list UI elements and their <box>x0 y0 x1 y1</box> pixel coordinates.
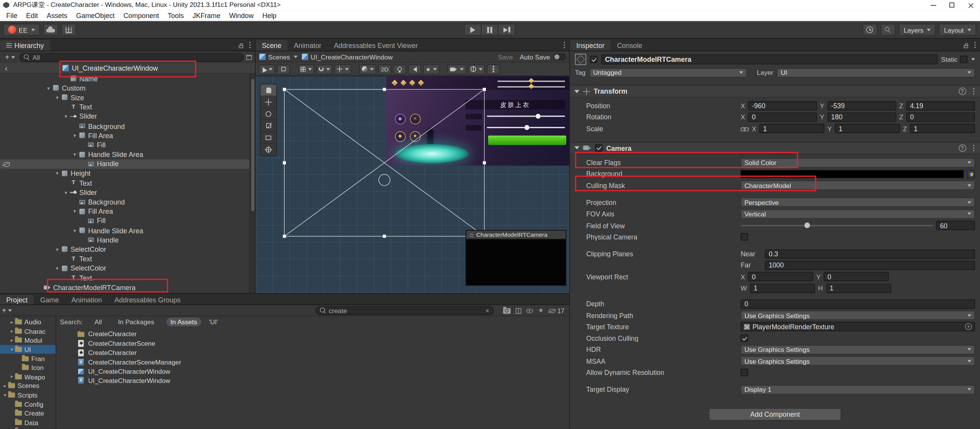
rotation-x-field[interactable]: 0 <box>748 112 817 122</box>
expand-arrow[interactable]: ▸ <box>9 338 15 343</box>
expand-arrow[interactable]: ▾ <box>53 265 61 271</box>
hierarchy-item[interactable]: Text <box>0 254 255 264</box>
hierarchy-item[interactable]: ▾ Handle Slide Area <box>0 226 255 235</box>
tab-hierarchy[interactable]: Hierarchy <box>0 40 50 51</box>
hierarchy-item[interactable]: ▾ Slider <box>0 188 255 197</box>
lighting-toggle-button[interactable] <box>393 64 406 74</box>
help-icon[interactable]: ? <box>959 87 966 95</box>
viewport-y-field[interactable]: 0 <box>824 272 889 281</box>
project-folder-item[interactable]: Fran <box>0 354 56 363</box>
expand-arrow[interactable]: ▾ <box>53 246 61 252</box>
hierarchy-item[interactable]: ▾ Fill Area <box>0 131 255 140</box>
inspector-tab[interactable]: Inspector <box>570 40 610 51</box>
expand-arrow[interactable]: ▸ <box>9 374 15 380</box>
viewport-h-field[interactable]: 1 <box>826 284 891 293</box>
inspector-tab[interactable]: Console <box>611 40 648 51</box>
grid-visibility-dropdown[interactable] <box>298 64 314 74</box>
project-search-input[interactable]: create × <box>316 306 494 315</box>
project-folder-item[interactable]: ▸ Modul <box>0 336 56 345</box>
effects-dropdown[interactable] <box>423 64 439 74</box>
expand-arrow[interactable]: ▾ <box>71 151 79 157</box>
viewport-w-field[interactable]: 1 <box>750 284 815 293</box>
menu-item[interactable]: Tools <box>163 10 188 21</box>
panel-menu-icon[interactable] <box>249 44 251 46</box>
layer-dropdown[interactable]: UI <box>777 68 975 77</box>
rect-tool-button[interactable] <box>261 132 276 144</box>
hierarchy-item[interactable]: Fill <box>0 216 255 226</box>
project-folder-item[interactable]: Data <box>0 418 56 427</box>
hierarchy-scrollbar[interactable] <box>249 74 255 293</box>
breadcrumb-scenes[interactable]: Scenes <box>259 53 297 61</box>
search-button[interactable] <box>881 24 896 36</box>
move-tool-button[interactable] <box>261 96 276 108</box>
hierarchy-item[interactable]: ▾ SelectColor <box>0 244 255 254</box>
hidden-items-count[interactable]: 17 <box>549 307 564 314</box>
viewport-x-field[interactable]: 0 <box>748 272 813 281</box>
scale-y-field[interactable]: 1 <box>835 124 900 133</box>
hierarchy-item[interactable]: Background <box>0 121 255 131</box>
hierarchy-item[interactable]: Background <box>0 197 255 207</box>
chevron-down-icon[interactable] <box>971 58 975 61</box>
project-folder-item[interactable]: Icon <box>0 363 56 372</box>
scale-tool-button[interactable] <box>261 120 276 132</box>
panel-menu-icon[interactable] <box>563 44 565 46</box>
scale-x-field[interactable]: 1 <box>759 124 824 133</box>
foldout-arrow[interactable] <box>574 90 579 93</box>
allow-dynamic-resolution-checkbox[interactable] <box>741 369 748 376</box>
project-folder-item[interactable]: Create <box>0 409 56 418</box>
target-display-dropdown[interactable]: Display 1 <box>741 385 975 394</box>
play-button[interactable] <box>464 24 482 36</box>
step-button[interactable] <box>498 24 515 36</box>
far-clip-field[interactable]: 1000 <box>765 261 975 270</box>
help-icon[interactable]: ? <box>959 144 966 152</box>
menu-item[interactable]: Assets <box>42 10 72 21</box>
menu-item[interactable]: File <box>2 10 22 21</box>
slider-thumb[interactable] <box>804 223 810 228</box>
position-x-field[interactable]: -960 <box>748 101 817 110</box>
menu-item[interactable]: Help <box>258 10 281 21</box>
visibility-icon[interactable] <box>526 309 533 313</box>
2d-toggle-button[interactable]: 2D <box>378 64 391 74</box>
version-control-button[interactable] <box>863 24 878 36</box>
expand-arrow[interactable]: ▾ <box>45 85 53 91</box>
projection-dropdown[interactable]: Perspective <box>741 198 975 207</box>
project-folder-item[interactable]: Config <box>0 399 56 409</box>
asset-result-item[interactable]: CreateCharacterSceneManager <box>56 357 569 366</box>
hierarchy-search-input[interactable]: All <box>20 53 244 62</box>
clear-flags-dropdown[interactable]: Solid Color <box>741 158 975 167</box>
camera-component-header[interactable]: Camera ? <box>570 142 980 155</box>
scrollbar-thumb[interactable] <box>251 79 254 211</box>
maximize-button[interactable] <box>942 0 961 10</box>
project-folder-item[interactable]: ▸ Charac <box>0 327 56 336</box>
rotate-tool-button[interactable] <box>261 108 276 120</box>
hierarchy-item[interactable]: ▾ Height <box>0 169 255 178</box>
target-texture-object-field[interactable]: PlayerModelRenderTexture <box>741 322 975 331</box>
add-component-button[interactable]: Add Component <box>709 408 841 421</box>
snap-dropdown[interactable] <box>316 64 332 74</box>
rotation-y-field[interactable]: 180 <box>827 112 896 122</box>
pause-button[interactable] <box>481 24 498 36</box>
hierarchy-item[interactable]: Text <box>0 178 255 188</box>
move-snap-dropdown[interactable] <box>334 64 351 74</box>
create-asset-button[interactable]: + <box>0 306 14 315</box>
favorites-icon[interactable]: ★ <box>538 307 544 314</box>
search-scope-option[interactable]: In Packages <box>114 317 158 326</box>
close-button[interactable] <box>961 0 980 10</box>
project-folder-item[interactable]: ▸ Scenes <box>0 381 56 391</box>
hierarchy-item[interactable]: ▾ SelectColor <box>0 264 255 273</box>
hierarchy-item[interactable]: Handle <box>0 235 255 245</box>
position-z-field[interactable]: 4.19 <box>906 101 975 110</box>
fov-axis-dropdown[interactable]: Vertical <box>741 209 975 218</box>
asset-result-item[interactable]: UI_CreateCharacterWindow <box>56 366 569 376</box>
camera-settings-dropdown[interactable] <box>447 64 466 74</box>
hierarchy-item[interactable]: ▾ Fill Area <box>0 207 255 216</box>
asset-result-item[interactable]: CreateCharacter <box>56 348 569 357</box>
fov-slider[interactable] <box>741 225 933 226</box>
package-filter-icon[interactable] <box>516 308 521 314</box>
component-menu-icon[interactable] <box>973 91 974 92</box>
save-button[interactable]: Save <box>498 53 513 61</box>
link-scale-icon[interactable] <box>741 125 748 132</box>
msaa-dropdown[interactable]: Use Graphics Settings <box>741 356 975 366</box>
prefab-back-button[interactable]: ‹ <box>1 63 11 73</box>
scene-more-button[interactable] <box>487 64 500 74</box>
